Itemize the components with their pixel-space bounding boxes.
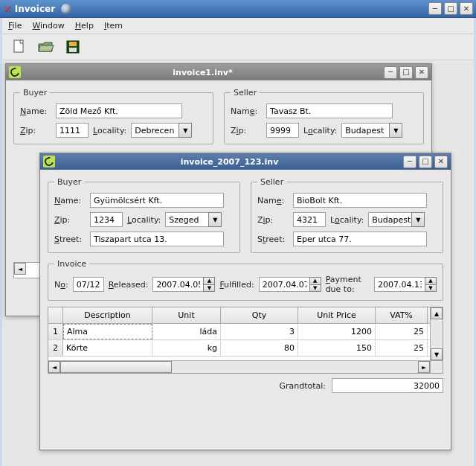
menu-file[interactable]: File (8, 21, 22, 31)
seller-locality-combo-1[interactable]: Budapest ▼ (341, 123, 402, 138)
buyer-zip-label-1: Zip: (20, 126, 51, 135)
chevron-down-icon[interactable]: ▼ (208, 212, 222, 227)
fulfilled-dateedit[interactable]: ▲▼ (259, 277, 321, 292)
fulfilled-label: Fulfilled: (219, 280, 254, 290)
invoice-no-input[interactable] (73, 277, 104, 292)
maximize-button[interactable]: □ (444, 2, 457, 15)
seller-name-label-2: Name: (257, 196, 289, 205)
buyer-locality-combo-2[interactable]: Szeged ▼ (165, 212, 222, 227)
col-vat[interactable]: VAT% (376, 307, 428, 323)
seller-locality-combo-2[interactable]: Budapest ▼ (368, 212, 425, 227)
sub1-minimize-button[interactable]: ─ (384, 66, 397, 79)
buyer-name-label-2: Name: (54, 196, 86, 205)
menu-window[interactable]: Window (32, 21, 64, 31)
seller-locality-value-2: Budapest (368, 212, 411, 227)
buyer-locality-value-1: Debrecen (131, 123, 178, 138)
new-document-button[interactable] (10, 37, 29, 57)
buyer-zip-input-2[interactable] (90, 212, 123, 227)
buyer-locality-combo-1[interactable]: Debrecen ▼ (131, 123, 192, 138)
cell-price[interactable]: 1200 (298, 324, 376, 339)
spin-up-icon[interactable]: ▲ (425, 277, 437, 284)
col-unit[interactable]: Unit (152, 307, 221, 323)
buyer-locality-value-2: Szeged (165, 212, 208, 227)
open-folder-button[interactable] (36, 37, 56, 57)
cell-description[interactable]: Alma (63, 324, 152, 339)
sub1-close-button[interactable]: ✕ (415, 66, 428, 79)
seller-name-label-1: Name: (231, 106, 262, 116)
payment-dateedit[interactable]: ▲▼ (374, 277, 437, 292)
released-input[interactable] (152, 277, 203, 292)
menubar: File Window Help Item (2, 18, 474, 34)
close-button[interactable]: ✕ (460, 2, 473, 15)
save-button[interactable] (63, 37, 83, 57)
table-row[interactable]: 2 Körte kg 80 150 25 (48, 340, 443, 357)
cell-vat[interactable]: 25 (376, 340, 428, 356)
sub2-maximize-button[interactable]: □ (419, 156, 432, 168)
seller-street-label-2: Street: (257, 234, 289, 244)
released-dateedit[interactable]: ▲▼ (152, 277, 215, 292)
buyer-street-label-2: Street: (54, 234, 86, 244)
buyer-locality-label-2: Locality: (127, 215, 161, 225)
seller-zip-input-1[interactable] (266, 123, 299, 138)
scroll-up-button[interactable]: ▲ (431, 307, 443, 319)
chevron-down-icon[interactable]: ▼ (411, 212, 425, 227)
cell-unit[interactable]: láda (152, 324, 221, 339)
scroll-right-button[interactable]: ► (418, 361, 430, 373)
seller-zip-input-2[interactable] (293, 212, 326, 227)
invoice-legend: Invoice (54, 259, 89, 269)
table-row[interactable]: 1 Alma láda 3 1200 25 (48, 324, 443, 340)
scroll-down-button[interactable]: ▼ (431, 348, 443, 360)
buyer-street-input-2[interactable] (90, 232, 224, 246)
subwindow-invoice2007[interactable]: invoice_2007_123.inv ─ □ ✕ Buyer Name: Z… (39, 153, 451, 450)
chevron-down-icon[interactable]: ▼ (389, 123, 402, 138)
scroll-left-button[interactable]: ◄ (48, 361, 60, 373)
buyer-fieldset-2: Buyer Name: Zip: Locality: Szeged ▼ (48, 177, 240, 253)
buyer-name-label-1: Name: (20, 106, 51, 116)
invoice-no-label: No: (54, 280, 68, 290)
seller-street-input-2[interactable] (293, 232, 427, 246)
spin-down-icon[interactable]: ▼ (203, 284, 215, 292)
horizontal-scrollbar[interactable]: ◄ ► (48, 360, 443, 373)
spin-up-icon[interactable]: ▲ (309, 277, 321, 284)
sub1-maximize-button[interactable]: □ (399, 66, 413, 79)
spin-down-icon[interactable]: ▼ (425, 284, 437, 292)
seller-fieldset-1: Seller Name: Zip: Locality: Budapest ▼ (224, 88, 424, 144)
buyer-locality-label-1: Locality: (93, 126, 126, 135)
menu-help[interactable]: Help (75, 21, 94, 31)
col-price[interactable]: Unit Price (298, 307, 376, 323)
document-icon (12, 39, 27, 55)
grandtotal-input[interactable] (332, 378, 443, 393)
buyer-zip-input-1[interactable] (56, 123, 89, 138)
sub2-close-button[interactable]: ✕ (434, 156, 448, 168)
seller-name-input-2[interactable] (293, 193, 427, 208)
cell-qty[interactable]: 3 (221, 324, 298, 339)
cell-vat[interactable]: 25 (376, 324, 428, 339)
vertical-scrollbar[interactable]: ▲ ▼ (430, 307, 443, 360)
app-icon (58, 1, 74, 16)
seller-legend-1: Seller (231, 88, 260, 98)
spin-up-icon[interactable]: ▲ (203, 277, 215, 284)
cell-description[interactable]: Körte (63, 340, 152, 356)
buyer-name-input-1[interactable] (56, 103, 182, 118)
close-icon[interactable]: ✕ (3, 3, 12, 15)
payment-input[interactable] (374, 277, 425, 292)
spin-down-icon[interactable]: ▼ (309, 284, 321, 292)
col-qty[interactable]: Qty (221, 307, 298, 323)
cell-price[interactable]: 150 (298, 340, 376, 356)
subwindow-invoice1-titlebar[interactable]: invoice1.inv* ─ □ ✕ (6, 64, 431, 80)
fulfilled-input[interactable] (259, 277, 309, 292)
scroll-left-button[interactable]: ◄ (14, 263, 26, 275)
sub2-minimize-button[interactable]: ─ (403, 156, 416, 168)
items-table[interactable]: Description Unit Qty Unit Price VAT% 1 A… (48, 307, 443, 374)
seller-name-input-1[interactable] (266, 103, 393, 118)
cell-unit[interactable]: kg (152, 340, 221, 356)
minimize-button[interactable]: ─ (428, 2, 442, 15)
scroll-thumb[interactable] (60, 361, 172, 373)
cell-qty[interactable]: 80 (221, 340, 298, 356)
col-description[interactable]: Description (63, 307, 152, 323)
invoice-icon (9, 66, 21, 78)
buyer-name-input-2[interactable] (90, 193, 224, 208)
subwindow-invoice2007-titlebar[interactable]: invoice_2007_123.inv ─ □ ✕ (40, 153, 451, 170)
chevron-down-icon[interactable]: ▼ (178, 123, 192, 138)
menu-item[interactable]: Item (104, 21, 123, 31)
